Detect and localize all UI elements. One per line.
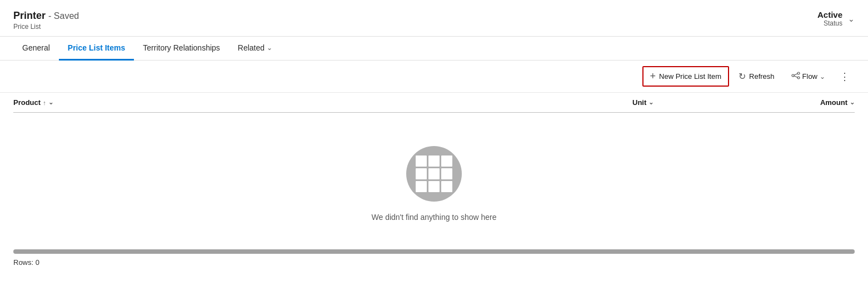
grid-cell [428,181,440,192]
refresh-button[interactable]: ↻ Refresh [731,67,782,86]
tab-territory-relationships[interactable]: Territory Relationships [134,37,229,61]
grid-cell [441,168,452,179]
empty-state: We didn't find anything to show here [13,113,855,244]
grid-cell [416,155,427,167]
scrollbar-thumb[interactable] [13,249,855,254]
tab-price-list-items[interactable]: Price List Items [59,37,134,61]
grid-icon [416,155,452,192]
grid-cell [416,181,427,192]
record-info: Printer - Saved Price List [13,10,79,31]
more-options-button[interactable]: ⋮ [835,68,855,86]
horizontal-scrollbar[interactable] [0,249,868,254]
nav-tabs: General Price List Items Territory Relat… [0,37,868,61]
svg-point-2 [797,77,800,79]
status-chevron-down-icon[interactable]: ⌄ [848,14,855,23]
product-sort-asc-icon[interactable]: ↑ [43,99,46,106]
tab-related[interactable]: Related ⌄ [229,37,281,61]
flow-icon [791,71,800,82]
refresh-icon: ↻ [739,71,746,82]
record-title: Printer - Saved [13,10,79,22]
amount-filter-chevron-icon[interactable]: ⌄ [850,99,855,106]
column-header-amount[interactable]: Amount ⌄ [744,98,855,107]
rows-count: 0 [36,258,39,267]
flow-button[interactable]: Flow ⌄ [784,67,832,86]
new-price-list-item-button[interactable]: + New Price List Item [642,66,730,87]
amount-column-label: Amount [820,98,847,107]
table-header-row: Product ↑ ⌄ Unit ⌄ Amount ⌄ [13,93,855,113]
related-chevron-down-icon[interactable]: ⌄ [267,44,272,52]
scrollbar-track[interactable] [13,249,855,254]
tab-general[interactable]: General [13,37,59,61]
empty-state-message: We didn't find anything to show here [372,213,497,222]
column-header-product[interactable]: Product ↑ ⌄ [13,98,632,107]
grid-cell [428,155,440,167]
column-header-unit[interactable]: Unit ⌄ [632,98,744,107]
more-options-icon: ⋮ [840,71,850,83]
flow-label: Flow [802,72,817,81]
tab-related-label: Related [238,43,265,52]
price-list-items-table: Product ↑ ⌄ Unit ⌄ Amount ⌄ [0,93,868,244]
refresh-label: Refresh [749,72,775,81]
flow-chevron-down-icon[interactable]: ⌄ [820,73,825,81]
svg-point-1 [797,72,800,74]
header-actions: Active Status ⌄ [817,10,855,27]
status-value: Active [817,10,842,19]
svg-line-4 [794,76,797,78]
toolbar: + New Price List Item ↻ Refresh Flow ⌄ ⋮ [0,61,868,93]
status-area: Active Status [817,10,842,27]
empty-state-icon [406,146,462,202]
rows-label: Rows: [13,258,33,267]
grid-cell [416,168,427,179]
new-price-list-item-label: New Price List Item [659,72,721,81]
unit-filter-chevron-icon[interactable]: ⌄ [648,99,654,106]
table-footer: Rows: 0 [0,254,868,271]
status-label: Status [824,19,842,27]
grid-cell [428,168,440,179]
grid-cell [441,155,452,167]
product-column-label: Product [13,98,41,107]
plus-icon: + [650,71,656,82]
page-header: Printer - Saved Price List Active Status… [0,0,868,37]
record-name: Printer [13,10,46,21]
svg-line-3 [794,74,797,76]
grid-cell [441,181,452,192]
svg-point-0 [792,74,794,77]
product-filter-chevron-icon[interactable]: ⌄ [48,99,53,106]
unit-column-label: Unit [632,98,646,107]
saved-label: - Saved [48,11,79,21]
record-type: Price List [13,23,79,31]
